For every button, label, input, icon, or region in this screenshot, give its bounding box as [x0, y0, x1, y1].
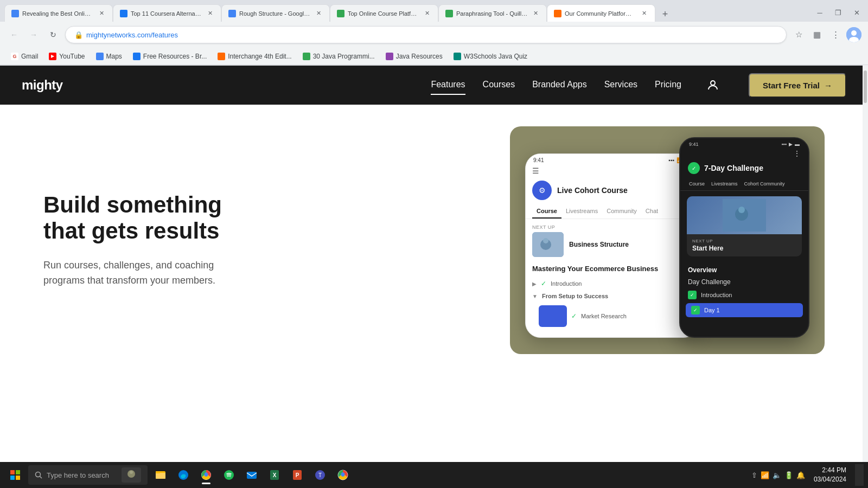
minimize-button[interactable]: ─ [813, 5, 827, 20]
forward-button[interactable]: → [26, 27, 41, 42]
start-free-trial-button[interactable]: Start Free Trial → [749, 73, 846, 98]
restore-button[interactable]: ❐ [831, 5, 845, 20]
svg-text:P: P [296, 472, 299, 478]
taskbar-edge[interactable] [173, 464, 194, 486]
pf-tab-cohort[interactable]: Cohort Community [741, 178, 788, 190]
network-icon[interactable]: 📶 [761, 471, 769, 479]
up-arrow-icon[interactable]: ⇧ [751, 471, 757, 479]
bookmark-w3schools[interactable]: W3Schools Java Quiz [449, 51, 532, 62]
phone-back-tab-livestreams[interactable]: Livestreams [561, 204, 602, 219]
nav-links: Features Courses Branded Apps Services P… [431, 73, 846, 98]
bookmark-interchange[interactable]: Interchange 4th Edit... [213, 51, 296, 62]
bookmark-maps[interactable]: Maps [92, 51, 126, 62]
front-signal-icon: ▪▪▪ [781, 142, 787, 147]
java-resources-favicon [386, 53, 393, 60]
site-nav: mighty Features Courses Branded Apps Ser… [0, 66, 868, 105]
phone-back-nav: ☰ ⋮ [526, 164, 698, 177]
section-label-introduction: Introduction [551, 280, 582, 287]
taskbar-teams[interactable]: T [309, 464, 331, 486]
tab-5[interactable]: Paraphrasing Tool - QuillB... ✕ [438, 4, 547, 22]
tab-2-close[interactable]: ✕ [206, 9, 214, 18]
battery-sys-icon[interactable]: 🔋 [784, 471, 793, 479]
address-input[interactable]: 🔒 mightynetworks.com/features [65, 26, 787, 43]
bookmark-free-resources[interactable]: Free Resources - Br... [129, 51, 211, 62]
volume-icon[interactable]: 🔈 [773, 471, 781, 479]
cta-arrow-icon: → [824, 81, 832, 90]
bookmark-star-icon[interactable]: ☆ [791, 27, 806, 42]
taskbar-search[interactable]: Type here to search [28, 465, 148, 485]
taskbar-mail[interactable] [241, 464, 263, 486]
taskbar-chrome-2[interactable] [332, 464, 354, 486]
check-icon-2: ✓ [571, 312, 577, 320]
bookmark-gmail[interactable]: G Gmail [7, 51, 42, 62]
phone-back-tabs: Course Livestreams Community Chat [526, 204, 698, 219]
tab-2-title: Top 11 Coursera Alternati... [131, 10, 202, 17]
start-button[interactable] [4, 464, 26, 486]
time-display[interactable]: 2:44 PM 03/04/2024 [809, 465, 851, 485]
tab-3-close[interactable]: ✕ [314, 9, 323, 18]
nav-link-branded-apps[interactable]: Branded Apps [532, 75, 587, 95]
browser-chrome: Revealing the Best Online... ✕ Top 11 Co… [0, 0, 868, 66]
taskbar-excel[interactable]: X [264, 464, 285, 486]
pf-tab-livestreams[interactable]: Livestreams [708, 178, 741, 190]
taskbar-spotify[interactable] [218, 464, 240, 486]
taskbar-app-icons: X P T [150, 464, 354, 486]
nav-link-services[interactable]: Services [604, 75, 637, 95]
bookmark-free-resources-label: Free Resources - Br... [143, 53, 207, 60]
svg-rect-20 [156, 473, 165, 479]
taskbar-chrome[interactable] [195, 464, 217, 486]
phone-front-day1-label: Day 1 [704, 307, 720, 313]
nav-link-features[interactable]: Features [431, 75, 465, 95]
tab-5-close[interactable]: ✕ [531, 9, 540, 18]
svg-line-15 [40, 477, 42, 479]
svg-text:X: X [273, 472, 277, 478]
phone-front-time: 9:41 [689, 142, 699, 147]
page-scrollbar[interactable] [863, 65, 868, 462]
tab-4-favicon [337, 10, 344, 17]
phone-back-course-title: Live Cohort Course [557, 186, 628, 195]
browser-menu-icon[interactable]: ⋮ [828, 27, 843, 42]
show-desktop-button[interactable] [855, 464, 864, 486]
tab-4[interactable]: Top Online Course Platfor... ✕ [330, 4, 438, 22]
tab-3-favicon [228, 10, 236, 17]
phone-front-tabs: Course Livestreams Cohort Community [680, 178, 808, 191]
phone-back-tab-course[interactable]: Course [532, 204, 561, 219]
tab-6-close[interactable]: ✕ [640, 9, 648, 18]
phone-back-tab-chat[interactable]: Chat [641, 204, 662, 219]
tab-3[interactable]: Rough Structure - Google... ✕ [221, 4, 330, 22]
maps-favicon [96, 53, 104, 60]
taskbar-powerpoint[interactable]: P [286, 464, 308, 486]
bookmark-java-resources[interactable]: Java Resources [381, 51, 447, 62]
market-research-thumbnail [539, 305, 567, 327]
reload-button[interactable]: ↻ [46, 27, 61, 42]
svg-point-6 [543, 238, 548, 243]
new-tab-button[interactable]: + [658, 7, 673, 22]
check-box-day1: ✓ [691, 306, 700, 314]
nav-link-pricing[interactable]: Pricing [655, 75, 681, 95]
tab-4-close[interactable]: ✕ [423, 9, 431, 18]
bookmark-java[interactable]: 30 Java Programmi... [298, 51, 379, 62]
svg-rect-13 [16, 476, 20, 480]
phone-back-tab-community[interactable]: Community [602, 204, 641, 219]
site-logo[interactable]: mighty [22, 78, 63, 93]
user-account-icon[interactable] [703, 75, 723, 95]
bookmark-youtube[interactable]: ▶ YouTube [44, 51, 89, 62]
back-button[interactable]: ← [7, 27, 22, 42]
scrollbar-thumb[interactable] [864, 70, 867, 103]
close-button[interactable]: ✕ [850, 5, 864, 20]
notification-icon[interactable]: 🔔 [796, 471, 805, 479]
tab-6[interactable]: Our Community Platform ... ✕ [547, 4, 655, 22]
extension-puzzle-icon[interactable]: ▦ [809, 27, 825, 42]
tab-1[interactable]: Revealing the Best Online... ✕ [4, 4, 113, 22]
tab-2[interactable]: Top 11 Coursera Alternati... ✕ [113, 4, 221, 22]
phone-back-sections: ▶ ✓ Introduction ▼ From Setup to Success… [526, 277, 698, 330]
tab-1-close[interactable]: ✕ [97, 9, 106, 18]
tab-4-title: Top Online Course Platfor... [348, 10, 419, 17]
tab-6-favicon [554, 10, 561, 17]
taskbar-file-explorer[interactable] [150, 464, 171, 486]
interchange-favicon [218, 53, 225, 60]
phone-front-card: NEXT UP Start Here [687, 196, 802, 256]
nav-link-courses[interactable]: Courses [483, 75, 515, 95]
profile-avatar[interactable] [846, 27, 861, 42]
pf-tab-course[interactable]: Course [686, 178, 708, 190]
